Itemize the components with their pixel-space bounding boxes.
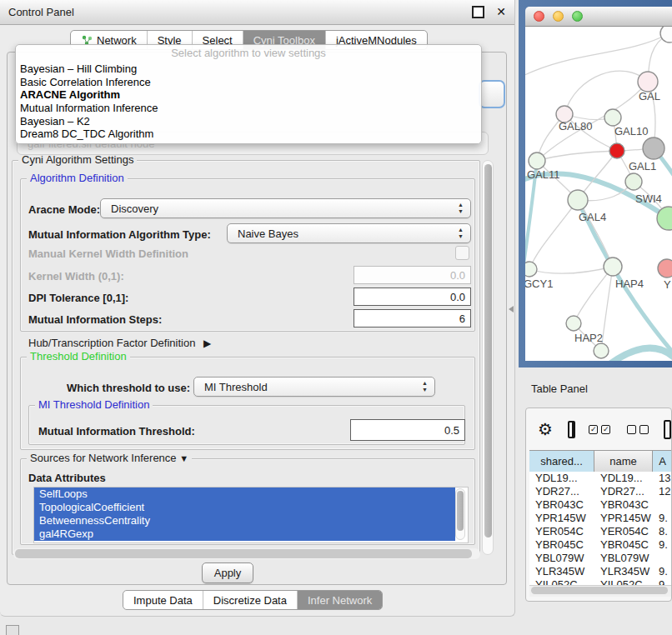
network-node-hap4[interactable] xyxy=(604,258,622,276)
table-panel-toolbar: ⚙ ✓✓ xyxy=(526,415,671,443)
settings-hscrollbar-thumb[interactable] xyxy=(15,549,472,558)
table-row[interactable]: YBL079WYBL079W xyxy=(529,552,672,565)
combo-spinner-icon: ▲▼ xyxy=(458,202,464,215)
aracne-mode-combo[interactable]: Discovery ▲▼ xyxy=(100,198,471,218)
attribute-list-item[interactable]: TopologicalCoefficient xyxy=(34,501,455,514)
mi-type-combo[interactable]: Naive Bayes ▲▼ xyxy=(227,223,471,243)
hub-definition-label: Hub/Transcription Factor Definition xyxy=(28,337,195,349)
collapse-arrow-icon[interactable]: ▼ xyxy=(179,453,188,463)
network-node-gcy1[interactable] xyxy=(525,262,537,277)
column-header-clipped[interactable]: A xyxy=(653,451,672,472)
expand-arrow-icon[interactable]: ▶ xyxy=(203,338,211,349)
manual-kernel-checkbox xyxy=(455,246,469,260)
restore-window-icon[interactable] xyxy=(472,6,484,18)
dpi-tolerance-label: DPI Tolerance [0,1]: xyxy=(28,292,128,304)
settings-horizontal-scrollbar[interactable] xyxy=(13,548,480,559)
minimize-traffic-light-icon[interactable] xyxy=(553,11,564,22)
table-row[interactable]: YDR27...YDR27...12 xyxy=(529,485,672,498)
new-table-icon[interactable] xyxy=(664,420,671,439)
settings-vertical-scrollbar[interactable] xyxy=(482,160,494,555)
column-header-shared-name[interactable]: shared... xyxy=(529,451,594,472)
algorithm-popup-placeholder: Select algorithm to view settings xyxy=(16,47,481,62)
tab-discretize-data[interactable]: Discretize Data xyxy=(203,591,297,609)
which-threshold-combo[interactable]: MI Threshold ▲▼ xyxy=(193,377,435,397)
network-node-swi4[interactable] xyxy=(625,173,642,190)
attribute-list-item[interactable]: SelfLoops xyxy=(34,488,455,501)
table-row[interactable]: YIL052CYIL052C9. xyxy=(529,578,672,585)
network-node-gal10[interactable] xyxy=(604,109,621,126)
table-hscrollbar-thumb[interactable] xyxy=(531,587,668,594)
table-row[interactable]: YER054CYER054C8. xyxy=(529,525,672,538)
table-row[interactable]: YDL19...YDL19...13 xyxy=(529,472,672,485)
bottom-tabbar: Impute Data Discretize Data Infer Networ… xyxy=(123,590,383,610)
threshold-definition-title: Threshold Definition xyxy=(27,351,130,362)
network-canvas[interactable]: GALGAL80GAL10GAL1GAL11SWI4GAL4GCY1HAP4YH… xyxy=(525,27,672,361)
table-cell: YBL079W xyxy=(594,552,653,565)
mi-threshold-field[interactable]: 0.5 xyxy=(350,419,465,441)
node-label: GCY1 xyxy=(525,278,553,290)
algorithm-option[interactable]: Basic Correlation Inference xyxy=(16,76,481,89)
table-body[interactable]: YDL19...YDL19...13YDR27...YDR27...12YBR0… xyxy=(529,472,672,585)
table-cell: YER054C xyxy=(529,525,594,538)
attributes-scrollbar-thumb[interactable] xyxy=(457,491,464,531)
close-window-icon[interactable]: ✕ xyxy=(496,8,506,17)
network-node[interactable] xyxy=(643,138,664,159)
algorithm-option[interactable]: Bayesian – K2 xyxy=(16,115,481,128)
dock-panel-icon[interactable] xyxy=(6,625,19,635)
apply-button[interactable]: Apply xyxy=(202,562,253,583)
algorithm-option[interactable]: Dream8 DC_TDC Algorithm xyxy=(16,128,481,141)
network-node-gal4[interactable] xyxy=(568,190,588,210)
attribute-list-item[interactable]: gal4RGexp xyxy=(34,528,455,541)
table-cell: 9. xyxy=(653,578,672,585)
aracne-mode-value: Discovery xyxy=(111,202,158,215)
table-cell: YER054C xyxy=(594,525,653,538)
split-columns-icon[interactable] xyxy=(568,421,575,438)
attributes-list-scrollbar[interactable] xyxy=(455,488,465,540)
close-traffic-light-icon[interactable] xyxy=(534,11,544,22)
tab-impute-data[interactable]: Impute Data xyxy=(123,591,203,609)
network-node[interactable] xyxy=(660,27,672,42)
table-horizontal-scrollbar[interactable] xyxy=(529,585,672,597)
table-cell: YLR345W xyxy=(529,565,594,578)
network-node-gal[interactable] xyxy=(638,72,658,92)
hub-definition-toggle[interactable]: Hub/Transcription Factor Definition ▶ xyxy=(28,337,211,349)
tab-infer-network[interactable]: Infer Network xyxy=(297,591,382,609)
table-row[interactable]: YPR145WYPR145W9. xyxy=(529,512,672,525)
gear-icon[interactable]: ⚙ xyxy=(538,419,553,439)
network-node-y[interactable] xyxy=(658,259,672,278)
dpi-tolerance-field[interactable]: 0.0 xyxy=(354,288,471,306)
attribute-list-item[interactable]: BetweennessCentrality xyxy=(34,514,455,528)
network-node-hap2[interactable] xyxy=(566,316,581,331)
network-window-titlebar[interactable] xyxy=(525,7,672,27)
splitter-collapse-icon[interactable] xyxy=(509,306,514,312)
algorithm-option[interactable]: Bayesian – Hill Climbing xyxy=(16,62,481,76)
zoom-traffic-light-icon[interactable] xyxy=(572,11,583,22)
mi-threshold-label: Mutual Information Threshold: xyxy=(38,425,195,438)
column-header-name[interactable]: name xyxy=(594,451,653,472)
mi-steps-field[interactable]: 6 xyxy=(354,309,471,328)
manual-kernel-label: Manual Kernel Width Definition xyxy=(28,248,188,260)
kernel-width-label: Kernel Width (0,1): xyxy=(28,270,124,282)
network-node-gal11[interactable] xyxy=(529,152,545,169)
data-attributes-list[interactable]: SelfLoopsTopologicalCoefficientBetweenne… xyxy=(33,487,469,543)
table-cell: YLR345W xyxy=(594,565,653,578)
settings-scrollbar-thumb[interactable] xyxy=(484,164,492,538)
table-cell: YDR27... xyxy=(529,485,594,498)
algorithm-option[interactable]: Mutual Information Inference xyxy=(16,102,481,115)
sources-group-title[interactable]: Sources for Network Inference ▼ xyxy=(27,452,192,464)
table-cell: YDL19... xyxy=(594,472,653,485)
network-view-window: GALGAL80GAL10GAL1GAL11SWI4GAL4GCY1HAP4YH… xyxy=(519,0,672,368)
algorithm-option[interactable]: ARACNE Algorithm xyxy=(16,88,481,102)
table-row[interactable]: YLR345WYLR345W9. xyxy=(529,565,672,578)
network-node-gal1[interactable] xyxy=(609,143,624,158)
table-cell: YPR145W xyxy=(594,512,653,525)
control-panel-window: Control Panel ✕ Network Style Select Cyn… xyxy=(0,0,515,617)
select-all-columns-icon[interactable]: ✓✓ xyxy=(589,425,614,434)
unselect-all-columns-icon[interactable] xyxy=(627,425,652,434)
table-cell: YBR043C xyxy=(594,498,653,512)
table-panel-title: Table Panel xyxy=(531,382,588,395)
network-node[interactable] xyxy=(594,343,609,358)
table-row[interactable]: YBR043CYBR043C xyxy=(529,498,672,512)
table-row[interactable]: YBR045CYBR045C9. xyxy=(529,538,672,552)
node-label: GAL1 xyxy=(629,160,656,172)
